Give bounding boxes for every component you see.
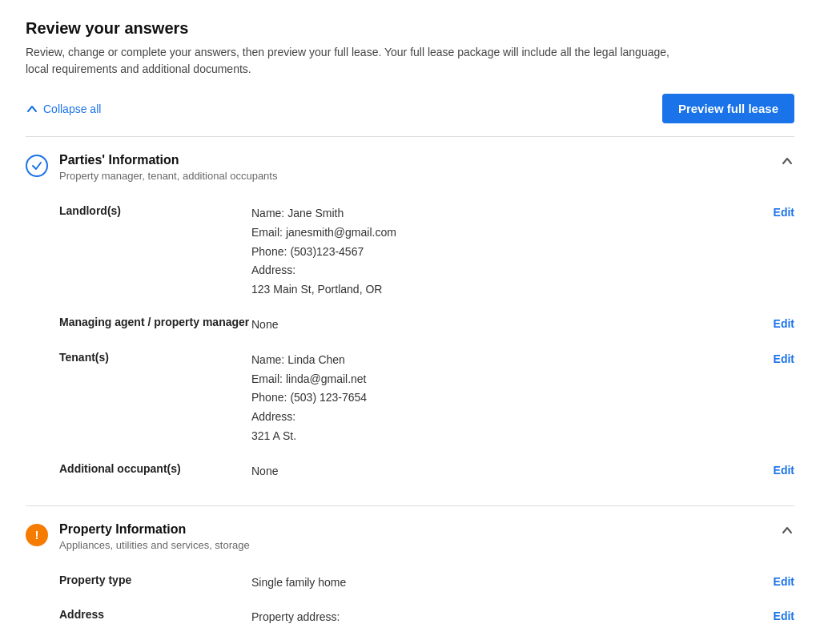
field-value: Single family home: [251, 574, 761, 593]
field-label: Tenant(s): [59, 351, 251, 364]
field-row: Landlord(s) Name: Jane SmithEmail: janes…: [59, 196, 794, 308]
field-kv-line: 321 A St.: [251, 427, 761, 446]
field-kv-line: Name: Linda Chen: [251, 351, 761, 370]
page-subtitle: Review, change or complete your answers,…: [26, 44, 682, 78]
field-value: Name: Jane SmithEmail: janesmith@gmail.c…: [251, 204, 761, 300]
field-row: Tenant(s) Name: Linda ChenEmail: linda@g…: [59, 343, 794, 454]
field-kv-line: 123 Main St, Portland, OR: [251, 280, 761, 300]
field-label: Property type: [59, 574, 251, 586]
collapse-all-label: Collapse all: [43, 103, 101, 115]
field-kv-line: Name: Jane Smith: [251, 204, 761, 223]
kv-value: janesmith@gmail.com: [286, 223, 396, 243]
kv-label: Phone:: [251, 243, 287, 262]
check-icon: [26, 155, 48, 177]
preview-full-lease-button[interactable]: Preview full lease: [662, 94, 794, 123]
field-row: Property type Single family home Edit: [59, 566, 794, 601]
kv-value: 123 Main St, Portland, OR: [251, 280, 382, 300]
sections-container: Parties' Information Property manager, t…: [26, 137, 794, 644]
edit-button[interactable]: Edit: [761, 206, 794, 219]
section-title-group: Parties' Information Property manager, t…: [59, 153, 769, 182]
section-header-parties: Parties' Information Property manager, t…: [26, 153, 794, 182]
toolbar: Collapse all Preview full lease: [26, 94, 794, 137]
edit-button[interactable]: Edit: [761, 575, 794, 588]
field-kv-line: Address:: [251, 408, 761, 427]
section-subtitle: Property manager, tenant, additional occ…: [59, 170, 769, 182]
field-kv-line: Email: linda@gmail.net: [251, 370, 761, 389]
chevron-up-icon: [26, 103, 38, 115]
collapse-all-button[interactable]: Collapse all: [26, 103, 101, 115]
field-value: Name: Linda ChenEmail: linda@gmail.netPh…: [251, 351, 761, 446]
section-title: Property Information: [59, 522, 769, 537]
edit-button[interactable]: Edit: [761, 610, 794, 622]
edit-button[interactable]: Edit: [761, 464, 794, 477]
kv-label: Phone:: [251, 388, 287, 408]
section-parties: Parties' Information Property manager, t…: [26, 137, 794, 506]
warning-icon: !: [26, 524, 48, 546]
field-kv-line: Phone: (503) 123-7654: [251, 388, 761, 408]
chevron-up-icon: [780, 153, 794, 167]
section-toggle-button[interactable]: [780, 522, 794, 537]
field-label: Address: [59, 608, 251, 621]
section-title: Parties' Information: [59, 153, 769, 167]
section-property: ! Property Information Appliances, utili…: [26, 506, 794, 644]
section-toggle-button[interactable]: [780, 153, 794, 167]
kv-label: Name:: [251, 351, 284, 370]
kv-value: Linda Chen: [287, 351, 345, 370]
section-body-property: Property type Single family home Edit Ad…: [59, 566, 794, 636]
chevron-up-icon: [780, 522, 794, 537]
kv-value: (503) 123-7654: [290, 388, 367, 408]
page-header: Review your answers Review, change or co…: [26, 19, 794, 78]
field-value: Property address:: [251, 608, 761, 627]
kv-value: Jane Smith: [287, 204, 344, 223]
edit-button[interactable]: Edit: [761, 317, 794, 330]
field-label: Additional occupant(s): [59, 462, 251, 475]
section-header-property: ! Property Information Appliances, utili…: [26, 522, 794, 551]
kv-value: linda@gmail.net: [286, 370, 367, 389]
kv-value: 321 A St.: [251, 427, 296, 446]
kv-label: Email:: [251, 223, 283, 243]
field-row: Managing agent / property manager None E…: [59, 308, 794, 343]
field-value: None: [251, 462, 761, 481]
kv-label: Name:: [251, 204, 284, 223]
edit-button[interactable]: Edit: [761, 352, 794, 365]
field-row: Address Property address: Edit: [59, 600, 794, 635]
field-value: None: [251, 316, 761, 335]
field-kv-line: Email: janesmith@gmail.com: [251, 223, 761, 243]
section-title-group: Property Information Appliances, utiliti…: [59, 522, 769, 551]
section-subtitle: Appliances, utilities and services, stor…: [59, 539, 769, 551]
field-label: Managing agent / property manager: [59, 316, 251, 328]
page-title: Review your answers: [26, 19, 794, 38]
field-kv-line: Address:: [251, 261, 761, 280]
field-label: Landlord(s): [59, 204, 251, 217]
kv-label: Address:: [251, 408, 295, 427]
kv-label: Email:: [251, 370, 283, 389]
kv-label: Address:: [251, 261, 295, 280]
section-body-parties: Landlord(s) Name: Jane SmithEmail: janes…: [59, 196, 794, 489]
field-kv-line: Phone: (503)123-4567: [251, 243, 761, 262]
field-row: Additional occupant(s) None Edit: [59, 454, 794, 489]
kv-value: (503)123-4567: [290, 243, 364, 262]
